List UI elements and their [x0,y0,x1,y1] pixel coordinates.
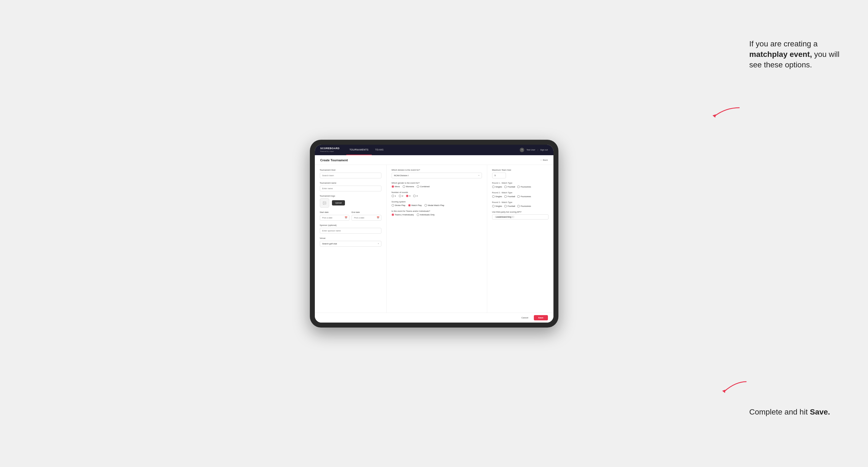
round1-singles[interactable]: Singles [492,186,502,188]
logo-sub: Powered by clippit [320,151,334,152]
scoring-stroke-radio[interactable] [392,204,394,207]
max-team-size-input[interactable] [492,173,506,178]
gender-mens-label: Mens [395,185,400,188]
round1-label: Round 1 - Match Type [492,182,549,184]
logo-area: Upload [320,198,381,208]
round3-foursomes[interactable]: Foursomes [517,205,531,208]
max-team-size-label: Maximum Team Size [492,169,549,171]
teams-label: Is this event for Teams and/or Individua… [392,210,482,212]
rounds-4-radio[interactable] [413,195,415,197]
save-button[interactable]: Save [534,315,548,320]
round3-singles-radio[interactable] [492,205,495,208]
scoring-api-tag: Leaderboard King × [495,216,515,218]
scoring-api-input[interactable]: Leaderboard King × [492,214,549,220]
teams-option[interactable]: Teams (+Individuals) [392,214,414,216]
round1-singles-label: Singles [495,186,502,188]
round2-foursomes-label: Foursomes [521,195,531,198]
division-group: Which division is the event for? NCAA Di… [392,169,482,178]
upload-button[interactable]: Upload [332,200,345,206]
rounds-1-label: 1 [395,195,396,197]
round1-foursomes[interactable]: Foursomes [517,186,531,188]
round3-foursomes-radio[interactable] [517,205,520,208]
end-date-group: End date 📅 [351,211,381,221]
venue-select-wrapper: Search golf club [320,241,381,247]
nav-avatar: T [520,148,524,152]
gender-mens[interactable]: Mens [392,185,400,188]
rounds-4[interactable]: 4 [413,195,417,197]
start-date-icon: 📅 [345,216,347,219]
round3-singles[interactable]: Singles [492,205,502,208]
rounds-3[interactable]: 3 [406,195,410,197]
teams-radio[interactable] [392,214,394,216]
round3-fourball[interactable]: Fourball [504,205,515,208]
round3-fourball-radio[interactable] [504,205,507,208]
gender-womens[interactable]: Womens [403,185,414,188]
scoring-radio-group: Stroke Play Match Play Medal Match Play [392,204,482,207]
round2-foursomes-radio[interactable] [517,195,520,198]
individuals-radio[interactable] [417,214,419,216]
venue-group: Venue Search golf club [320,237,381,247]
scoring-medal[interactable]: Medal Match Play [425,204,444,207]
nav-username: Test User [526,149,535,151]
nav-teams[interactable]: TEAMS [372,145,387,155]
tournament-logo-group: Tournament logo Upload [320,195,381,208]
round3-section: Round 3 - Match Type Singles Fourball [492,201,549,208]
rounds-1[interactable]: 1 [392,195,396,197]
individuals-label-text: Individuals Only [420,214,435,216]
right-column: Maximum Team Size Round 1 - Match Type S… [487,165,553,313]
gender-combined[interactable]: Combined [417,185,429,188]
rounds-2[interactable]: 2 [399,195,403,197]
scoring-stroke-label: Stroke Play [395,204,405,207]
cancel-button[interactable]: Cancel [518,315,532,320]
sponsor-label: Sponsor (optional) [320,224,381,226]
round2-singles[interactable]: Singles [492,195,502,198]
tournament-host-group: Tournament Host [320,169,381,178]
rounds-2-radio[interactable] [399,195,401,197]
tablet-frame: SCOREBOARD Powered by clippit TOURNAMENT… [310,140,558,328]
tournament-name-label: Tournament name [320,182,381,184]
rounds-3-label: 3 [409,195,410,197]
round2-foursomes[interactable]: Foursomes [517,195,531,198]
logo-placeholder [320,198,329,208]
venue-select[interactable]: Search golf club [320,241,381,247]
rounds-1-radio[interactable] [392,195,394,197]
division-label: Which division is the event for? [392,169,482,171]
scoring-medal-radio[interactable] [425,204,427,207]
round1-fourball[interactable]: Fourball [504,186,515,188]
round2-options: Singles Fourball Foursomes [492,195,549,198]
scoring-api-label: Use third-party live scoring API? [492,211,549,213]
scoring-match-radio[interactable] [408,204,411,207]
max-team-size-group: Maximum Team Size [492,169,549,178]
nav-tournaments[interactable]: TOURNAMENTS [346,145,372,155]
scoring-stroke[interactable]: Stroke Play [392,204,405,207]
tournament-host-input[interactable] [320,173,381,178]
nav-signout-link[interactable]: Sign out [540,149,548,151]
gender-combined-radio[interactable] [417,185,419,188]
round1-singles-radio[interactable] [492,186,495,188]
back-link[interactable]: ← Back [540,159,548,161]
rounds-3-radio[interactable] [406,195,408,197]
rounds-2-label: 2 [402,195,403,197]
round2-fourball-radio[interactable] [504,195,507,198]
scoring-match[interactable]: Match Play [408,204,422,207]
round2-fourball[interactable]: Fourball [504,195,515,198]
round2-singles-radio[interactable] [492,195,495,198]
round1-fourball-radio[interactable] [504,186,507,188]
start-date-group: Start date 📅 [320,211,350,221]
svg-point-1 [324,202,324,203]
sponsor-input[interactable] [320,228,381,234]
rounds-radio-group: 1 2 3 4 [392,195,482,197]
division-select-wrapper: NCAA Division I [392,172,482,178]
mid-column: Which division is the event for? NCAA Di… [386,165,487,313]
gender-womens-radio[interactable] [403,185,405,188]
individuals-option[interactable]: Individuals Only [417,214,435,216]
scoring-api-tag-remove[interactable]: × [512,216,513,218]
tournament-name-input[interactable] [320,186,381,191]
round1-foursomes-radio[interactable] [517,186,520,188]
scoring-group: Scoring system Stroke Play Match Play [392,200,482,207]
gender-mens-radio[interactable] [392,185,394,188]
division-select[interactable]: NCAA Division I [392,173,482,178]
start-date-label: Start date [320,211,350,214]
annotation-save: Complete and hit Save. [749,407,846,417]
svg-marker-2 [713,114,716,118]
